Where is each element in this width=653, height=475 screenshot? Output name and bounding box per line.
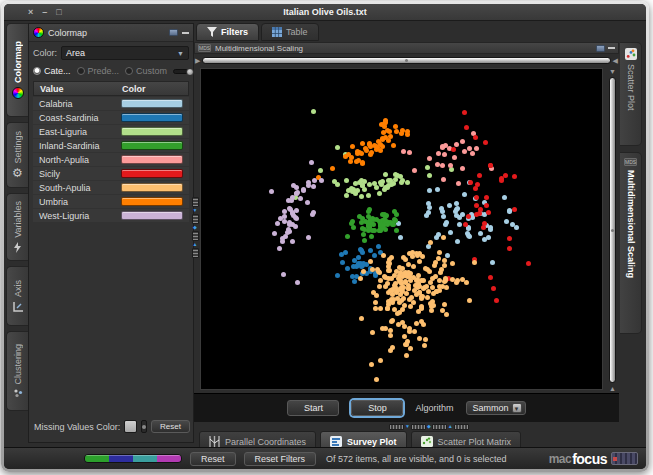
scatter-point[interactable]	[432, 263, 437, 268]
scatter-point[interactable]	[491, 286, 496, 291]
scatter-point[interactable]	[269, 189, 274, 194]
scatter-point[interactable]	[406, 262, 411, 267]
scatter-point[interactable]	[430, 299, 435, 304]
scatter-point[interactable]	[451, 147, 456, 152]
reset-button[interactable]: Reset	[190, 452, 236, 466]
scatter-point[interactable]	[391, 143, 396, 148]
scatter-point[interactable]	[427, 188, 432, 193]
scatter-point[interactable]	[466, 214, 471, 219]
scatter-point[interactable]	[457, 222, 462, 227]
marker-diamond-icon[interactable]: ◆	[193, 225, 197, 230]
scatter-point[interactable]	[359, 194, 364, 199]
scatter-point[interactable]	[440, 209, 445, 214]
table-row[interactable]: East-Liguria	[33, 125, 189, 138]
scatter-point[interactable]	[394, 228, 399, 233]
scatter-point[interactable]	[444, 312, 449, 317]
scatter-point[interactable]	[355, 151, 360, 156]
collapse-panel-icon[interactable]	[182, 32, 189, 34]
scatter-point[interactable]	[424, 213, 429, 218]
scatter-point[interactable]	[280, 239, 285, 244]
scatter-point[interactable]	[386, 138, 391, 143]
marker-diamond-icon[interactable]: ◆	[427, 424, 431, 429]
scatter-point[interactable]	[319, 178, 324, 183]
scatter-point[interactable]	[411, 264, 416, 269]
scatter-point[interactable]	[306, 235, 311, 240]
scatter-point[interactable]	[311, 109, 316, 114]
scatter-point[interactable]	[281, 272, 286, 277]
scatter-point[interactable]	[305, 200, 310, 205]
scatter-point[interactable]	[388, 178, 393, 183]
scatter-point[interactable]	[311, 210, 316, 215]
scatter-point[interactable]	[293, 224, 298, 229]
scatter-point[interactable]	[398, 235, 403, 240]
scatter-point[interactable]	[419, 294, 424, 299]
scatter-point[interactable]	[374, 377, 379, 382]
scatter-point[interactable]	[368, 248, 373, 253]
horizontal-slider-track[interactable]	[202, 57, 610, 64]
scatter-point[interactable]	[466, 226, 471, 231]
color-swatch[interactable]	[121, 183, 183, 192]
scatter-point[interactable]	[275, 221, 280, 226]
scatter-point[interactable]	[403, 342, 408, 347]
grip-handle[interactable]	[192, 248, 199, 258]
scatter-point[interactable]	[488, 225, 493, 230]
scatter-point[interactable]	[392, 283, 397, 288]
scatter-point[interactable]	[452, 155, 457, 160]
scatter-point[interactable]	[396, 322, 401, 327]
scatter-point[interactable]	[512, 207, 517, 212]
scatter-point[interactable]	[387, 129, 392, 134]
scatter-point[interactable]	[460, 166, 465, 171]
scatter-point[interactable]	[526, 261, 531, 266]
scatter-point[interactable]	[286, 227, 291, 232]
table-row[interactable]: Sicily	[33, 167, 189, 180]
scatter-point[interactable]	[441, 177, 446, 182]
scatter-point[interactable]	[404, 353, 409, 358]
scatter-point[interactable]	[359, 316, 364, 321]
scatter-point[interactable]	[288, 207, 293, 212]
scatter-point[interactable]	[441, 214, 446, 219]
table-row[interactable]: North-Apulia	[33, 153, 189, 166]
scatter-point[interactable]	[388, 328, 393, 333]
scatter-point[interactable]	[477, 173, 482, 178]
start-button[interactable]: Start	[287, 400, 339, 416]
scatter-point[interactable]	[379, 182, 384, 187]
radio-option[interactable]: Custom	[125, 66, 167, 76]
scatter-point[interactable]	[295, 280, 300, 285]
scatter-point[interactable]	[354, 159, 359, 164]
scatter-point[interactable]	[368, 152, 373, 157]
scatter-point[interactable]	[353, 181, 358, 186]
scatter-point[interactable]	[367, 207, 372, 212]
scatter-point[interactable]	[344, 178, 349, 183]
sidebar-tab-axis[interactable]: Axis	[6, 266, 28, 326]
grip-handle[interactable]	[192, 197, 199, 207]
scatter-point[interactable]	[306, 183, 311, 188]
scatter-point[interactable]	[397, 300, 402, 305]
scatter-point[interactable]	[349, 186, 354, 191]
color-swatch[interactable]	[121, 211, 183, 220]
scatter-point[interactable]	[394, 212, 399, 217]
scatter-point[interactable]	[390, 288, 395, 293]
scatter-point[interactable]	[490, 260, 495, 265]
sidebar-tab-variables[interactable]: Variables	[6, 193, 28, 261]
scatter-point[interactable]	[272, 231, 277, 236]
color-swatch[interactable]	[121, 127, 183, 136]
scatter-point[interactable]	[507, 246, 512, 251]
scatter-point[interactable]	[427, 205, 432, 210]
marker-up-icon[interactable]: ▲	[448, 424, 453, 429]
scatter-point[interactable]	[291, 213, 296, 218]
scatter-point[interactable]	[405, 180, 410, 185]
scatter-point[interactable]	[369, 362, 374, 367]
scatter-point[interactable]	[388, 348, 393, 353]
scatter-point[interactable]	[454, 142, 459, 147]
scatter-point[interactable]	[460, 277, 465, 282]
scatter-point[interactable]	[481, 225, 486, 230]
missing-values-stepper[interactable]	[141, 420, 147, 433]
scatter-point[interactable]	[359, 220, 364, 225]
color-swatch[interactable]	[121, 141, 183, 150]
titlebar[interactable]: × – □ Italian Olive Oils.txt	[4, 4, 646, 21]
scatter-point[interactable]	[442, 152, 447, 157]
tab-table[interactable]: Table	[261, 23, 319, 41]
sidebar-tab-clustering[interactable]: Clustering	[6, 331, 28, 411]
scatter-point[interactable]	[402, 303, 407, 308]
scatter-point[interactable]	[448, 230, 453, 235]
